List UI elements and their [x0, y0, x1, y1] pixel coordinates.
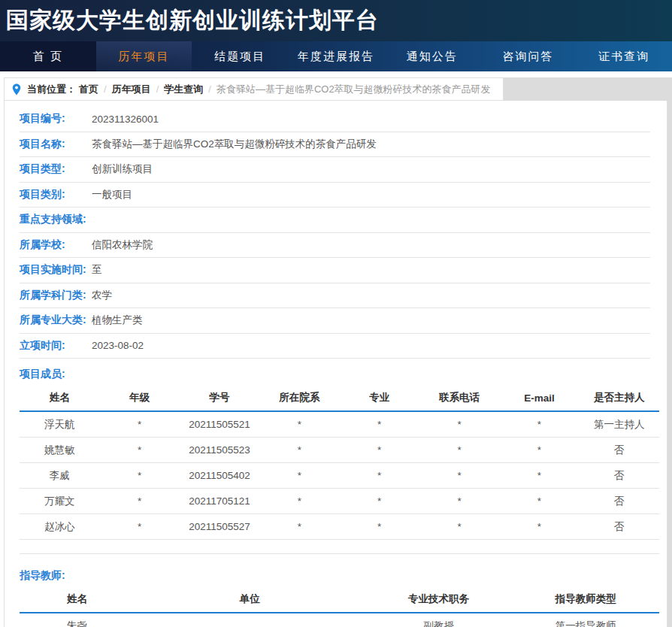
- table-cell: *: [419, 438, 499, 463]
- project-fields: 项目编号:202311326001项目名称:茶食驿站—基于超临界CO2萃取与超微…: [5, 107, 667, 359]
- table-header-row: 姓名年级学号所在院系专业联系电话E-mail是否主持人: [20, 384, 659, 411]
- nav-item[interactable]: 通知公告: [384, 41, 480, 71]
- teachers-section-title: 指导教师:: [20, 569, 667, 583]
- field-value: 植物生产类: [92, 314, 143, 327]
- table-cell: 20211505523: [180, 438, 259, 463]
- table-cell: *: [99, 489, 179, 514]
- table-cell: *: [259, 438, 339, 463]
- table-cell: *: [419, 411, 499, 438]
- nav-item[interactable]: 年度进展报告: [288, 41, 384, 71]
- field-label: 项目实施时间:: [20, 263, 92, 277]
- nav-item[interactable]: 证书查询: [576, 41, 672, 71]
- nav-item[interactable]: 首 页: [0, 41, 96, 71]
- table-cell: *: [340, 463, 419, 489]
- field-row: 项目类别:一般项目: [20, 183, 650, 208]
- table-row: 赵冰心*20211505527****否: [20, 514, 659, 540]
- field-value: 2023-08-02: [92, 340, 144, 351]
- column-header: 姓名: [20, 586, 135, 613]
- breadcrumb: 当前位置： 首页/历年项目/学生查询/ 茶食驿站—基于超临界CO2萃取与超微粉碎…: [4, 77, 504, 101]
- table-cell: 20211505402: [180, 463, 259, 489]
- table-cell: 20211505521: [180, 411, 259, 438]
- nav-item[interactable]: 结题项目: [192, 41, 288, 71]
- table-cell: [135, 613, 365, 627]
- table-cell: 否: [580, 514, 659, 540]
- location-pin-icon: [12, 83, 21, 95]
- table-row: 万耀文*20211705121****否: [20, 489, 659, 514]
- table-cell: 姚慧敏: [20, 438, 99, 463]
- breadcrumb-row: 当前位置： 首页/历年项目/学生查询/ 茶食驿站—基于超临界CO2萃取与超微粉碎…: [4, 77, 672, 101]
- table-cell: *: [419, 514, 499, 540]
- nav-item[interactable]: 历年项目: [96, 41, 192, 71]
- breadcrumb-link[interactable]: 学生查询: [164, 83, 203, 95]
- field-value: 茶食驿站—基于超临界CO2萃取与超微粉碎技术的茶食产品研发: [92, 138, 377, 151]
- table-cell: 否: [580, 489, 659, 514]
- column-header: E-mail: [499, 384, 579, 411]
- field-row: 重点支持领域:: [20, 207, 650, 233]
- field-label: 所属专业大类:: [20, 314, 92, 327]
- field-label: 项目类别:: [20, 188, 92, 201]
- table-cell: 否: [580, 463, 659, 489]
- main-nav: 首 页历年项目结题项目年度进展报告通知公告咨询问答证书查询: [0, 41, 672, 71]
- project-detail-panel: 项目编号:202311326001项目名称:茶食驿站—基于超临界CO2萃取与超微…: [4, 101, 667, 627]
- table-header-row: 姓名单位专业技术职务指导教师类型: [20, 586, 659, 613]
- field-row: 所属专业大类:植物生产类: [20, 308, 650, 334]
- field-row: 所属学校:信阳农林学院: [20, 233, 650, 259]
- table-cell: *: [259, 489, 339, 514]
- field-value: 创新训练项目: [92, 162, 153, 176]
- breadcrumb-separator: /: [156, 83, 159, 95]
- table-cell: *: [340, 514, 419, 540]
- field-value: 一般项目: [92, 188, 132, 201]
- table-cell: *: [340, 489, 419, 514]
- site-header: 国家级大学生创新创业训练计划平台: [0, 0, 672, 41]
- table-cell: *: [99, 463, 179, 489]
- table-cell: *: [99, 411, 179, 438]
- table-cell: *: [99, 514, 179, 540]
- field-value: 至: [92, 263, 102, 277]
- field-row: 项目编号:202311326001: [20, 107, 650, 132]
- field-row: 项目类型:创新训练项目: [20, 157, 650, 183]
- table-cell: *: [259, 514, 339, 540]
- table-cell: *: [340, 438, 419, 463]
- column-header: 专业技术职务: [365, 586, 513, 613]
- table-cell: 浮天航: [20, 411, 99, 438]
- table-cell: *: [419, 489, 499, 514]
- table-cell: *: [499, 411, 579, 438]
- breadcrumb-links: 首页/历年项目/学生查询/: [76, 83, 213, 96]
- table-cell: 副教授: [365, 613, 513, 627]
- breadcrumb-location-label: 当前位置：: [27, 83, 76, 96]
- table-cell: 20211705121: [180, 489, 259, 514]
- breadcrumb-link[interactable]: 历年项目: [112, 83, 151, 95]
- page-background-strip: [667, 101, 672, 627]
- breadcrumb-link[interactable]: 首页: [79, 83, 98, 95]
- table-cell: *: [499, 514, 579, 540]
- column-header: 年级: [99, 384, 179, 411]
- field-value: 信阳农林学院: [92, 238, 153, 252]
- table-cell: *: [419, 463, 499, 489]
- column-header: 学号: [180, 384, 259, 411]
- column-header: 所在院系: [259, 384, 339, 411]
- breadcrumb-separator: /: [104, 83, 107, 95]
- column-header: 指导教师类型: [512, 586, 659, 613]
- table-cell: *: [99, 438, 179, 463]
- field-label: 所属学科门类:: [20, 289, 92, 302]
- site-title: 国家级大学生创新创业训练计划平台: [6, 5, 379, 36]
- field-value: 农学: [92, 289, 112, 302]
- table-cell: 否: [580, 438, 659, 463]
- field-value: 202311326001: [92, 114, 159, 125]
- table-row: 朱尧副教授第一指导教师: [20, 613, 659, 627]
- breadcrumb-current-page: 茶食驿站—基于超临界CO2萃取与超微粉碎技术的茶食产品研发: [216, 83, 491, 96]
- field-row: 所属学科门类:农学: [20, 283, 650, 309]
- breadcrumb-filler: [504, 77, 672, 101]
- table-cell: 20211505527: [180, 514, 259, 540]
- column-header: 是否主持人: [580, 384, 659, 411]
- members-table: 姓名年级学号所在院系专业联系电话E-mail是否主持人浮天航*202115055…: [20, 384, 659, 554]
- field-row: 项目名称:茶食驿站—基于超临界CO2萃取与超微粉碎技术的茶食产品研发: [20, 132, 650, 158]
- column-header: 单位: [135, 586, 365, 613]
- table-cell: *: [340, 411, 419, 438]
- table-cell: *: [499, 489, 579, 514]
- table-cell: *: [259, 463, 339, 489]
- column-header: 联系电话: [419, 384, 499, 411]
- column-header: 姓名: [20, 384, 99, 411]
- nav-item[interactable]: 咨询问答: [480, 41, 577, 71]
- table-cell: *: [499, 438, 579, 463]
